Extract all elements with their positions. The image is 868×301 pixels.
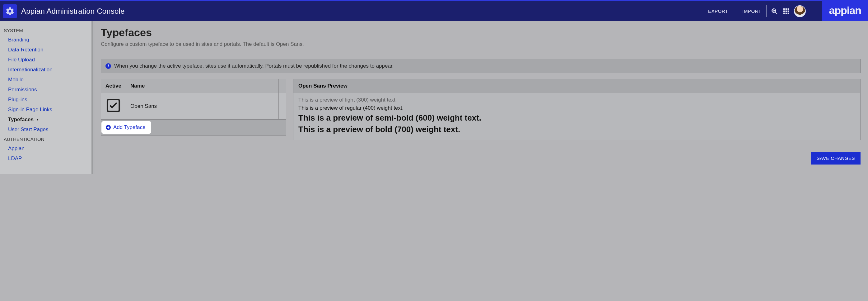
- sidebar-item-user-start-pages[interactable]: User Start Pages: [0, 125, 91, 135]
- header-right: EXPORT IMPORT appian: [703, 1, 862, 21]
- preview-panel: Open Sans Preview This is a preview of l…: [293, 79, 861, 140]
- app-title: Appian Administration Console: [21, 7, 125, 16]
- col-name: Name: [126, 79, 271, 93]
- sidebar-item-permissions[interactable]: Permissions: [0, 85, 91, 95]
- svg-line-1: [775, 12, 777, 14]
- divider-bottom: [101, 146, 861, 146]
- page-subtitle: Configure a custom typeface to be used i…: [101, 41, 861, 47]
- col-active: Active: [101, 79, 126, 93]
- svg-rect-8: [783, 12, 785, 14]
- svg-rect-2: [783, 8, 785, 10]
- sidebar-item-signin-links[interactable]: Sign-in Page Links: [0, 105, 91, 115]
- active-cell[interactable]: [101, 93, 126, 120]
- sidebar-item-internationalization[interactable]: Internationalization: [0, 65, 91, 75]
- info-icon: i: [105, 63, 111, 69]
- add-typeface-label: Add Typeface: [113, 124, 146, 131]
- global-search-icon[interactable]: [770, 7, 778, 15]
- svg-rect-9: [785, 12, 787, 14]
- import-button[interactable]: IMPORT: [737, 5, 767, 17]
- brand-logo-text: appian: [829, 4, 861, 17]
- apps-grid-icon[interactable]: [782, 7, 790, 15]
- sidebar-item-appian-auth[interactable]: Appian: [0, 144, 91, 154]
- sidebar-item-plugins[interactable]: Plug-ins: [0, 95, 91, 105]
- sidebar: SYSTEM Branding Data Retention File Uplo…: [0, 21, 93, 174]
- sidebar-item-file-upload[interactable]: File Upload: [0, 55, 91, 65]
- sidebar-item-branding[interactable]: Branding: [0, 35, 91, 45]
- sidebar-item-typefaces[interactable]: Typefaces: [0, 115, 91, 125]
- preview-700: This is a preview of bold (700) weight t…: [298, 125, 855, 134]
- info-banner: i When you change the active typeface, s…: [101, 59, 861, 73]
- svg-rect-10: [788, 12, 789, 14]
- svg-rect-6: [785, 10, 787, 12]
- export-button[interactable]: EXPORT: [703, 5, 733, 17]
- divider: [101, 53, 861, 53]
- info-text: When you change the active typeface, sit…: [114, 63, 394, 69]
- add-typeface-button[interactable]: + Add Typeface: [102, 122, 150, 133]
- svg-rect-7: [788, 10, 789, 12]
- svg-rect-3: [785, 8, 787, 10]
- checkbox-checked-icon: [105, 109, 121, 115]
- page-title: Typefaces: [101, 26, 861, 39]
- preview-400: This is a preview of regular (400) weigh…: [298, 105, 855, 111]
- svg-rect-4: [788, 8, 789, 10]
- nav-section-system: SYSTEM: [0, 26, 91, 35]
- col-actions-1: [271, 79, 279, 93]
- name-cell: Open Sans: [126, 93, 271, 120]
- save-changes-button[interactable]: SAVE CHANGES: [811, 152, 861, 165]
- user-avatar[interactable]: [794, 5, 806, 17]
- svg-rect-5: [783, 10, 785, 12]
- nav-section-auth: AUTHENTICATION: [0, 135, 91, 144]
- sidebar-item-label: Typefaces: [8, 116, 34, 123]
- sidebar-item-mobile[interactable]: Mobile: [0, 75, 91, 85]
- typeface-table: Active Name: [101, 79, 286, 136]
- sidebar-item-ldap[interactable]: LDAP: [0, 154, 91, 164]
- header-left: Appian Administration Console: [3, 4, 125, 18]
- main-content: Typefaces Configure a custom typeface to…: [93, 21, 868, 174]
- preview-600: This is a preview of semi-bold (600) wei…: [298, 113, 855, 123]
- app-header: Appian Administration Console EXPORT IMP…: [0, 0, 868, 21]
- brand-logo[interactable]: appian: [822, 0, 868, 21]
- preview-title: Open Sans Preview: [293, 79, 860, 93]
- gear-icon[interactable]: [3, 4, 17, 18]
- chevron-right-icon: [35, 117, 40, 122]
- col-actions-2: [279, 79, 286, 93]
- preview-300: This is a preview of light (300) weight …: [298, 97, 855, 103]
- row-action-2[interactable]: [279, 93, 286, 120]
- row-action-1[interactable]: [271, 93, 279, 120]
- plus-icon: +: [106, 125, 111, 130]
- sidebar-item-data-retention[interactable]: Data Retention: [0, 45, 91, 55]
- table-row[interactable]: Open Sans: [101, 93, 286, 120]
